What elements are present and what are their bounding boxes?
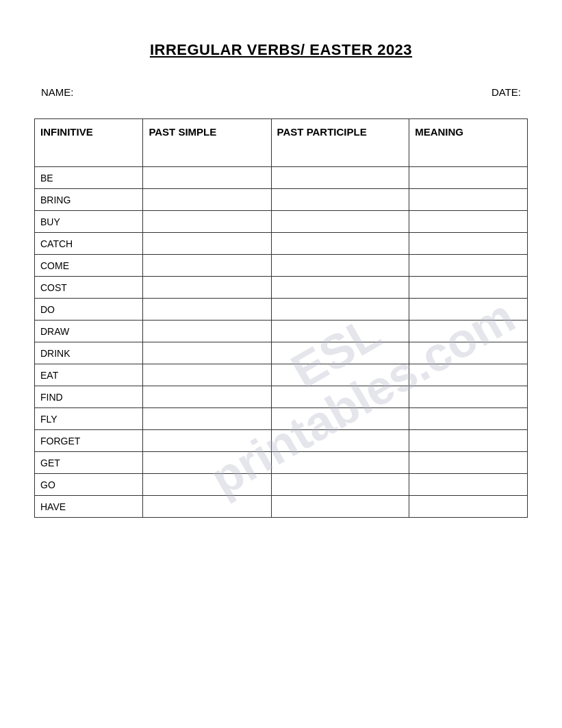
table-row: GO	[35, 474, 528, 496]
date-label: DATE:	[491, 86, 521, 98]
cell-infinitive: COME	[35, 255, 143, 277]
cell-meaning[interactable]	[409, 321, 528, 342]
table-row: EAT	[35, 364, 528, 386]
cell-meaning[interactable]	[409, 342, 528, 364]
cell-past-participle[interactable]	[271, 321, 409, 342]
cell-past-simple[interactable]	[143, 452, 271, 474]
cell-past-participle[interactable]	[271, 386, 409, 408]
cell-infinitive: COST	[35, 277, 143, 299]
cell-infinitive: BRING	[35, 189, 143, 211]
table-header-row: INFINITIVE PAST SIMPLE PAST PARTICIPLE M…	[35, 119, 528, 167]
page: IRREGULAR VERBS/ EASTER 2023 NAME: DATE:…	[0, 0, 562, 728]
cell-past-simple[interactable]	[143, 321, 271, 342]
cell-infinitive: GET	[35, 452, 143, 474]
cell-past-participle[interactable]	[271, 167, 409, 189]
table-row: COST	[35, 277, 528, 299]
table-row: GET	[35, 452, 528, 474]
table-row: FORGET	[35, 430, 528, 452]
table-row: COME	[35, 255, 528, 277]
cell-meaning[interactable]	[409, 496, 528, 518]
table-row: CATCH	[35, 233, 528, 255]
cell-past-participle[interactable]	[271, 342, 409, 364]
cell-past-participle[interactable]	[271, 408, 409, 430]
cell-meaning[interactable]	[409, 474, 528, 496]
header-meaning: MEANING	[409, 119, 528, 167]
cell-past-participle[interactable]	[271, 474, 409, 496]
table-row: DO	[35, 299, 528, 321]
cell-past-simple[interactable]	[143, 277, 271, 299]
table-row: HAVE	[35, 496, 528, 518]
table-row: BE	[35, 167, 528, 189]
cell-past-simple[interactable]	[143, 408, 271, 430]
cell-infinitive: DRINK	[35, 342, 143, 364]
cell-infinitive: FLY	[35, 408, 143, 430]
cell-meaning[interactable]	[409, 408, 528, 430]
page-title: IRREGULAR VERBS/ EASTER 2023	[34, 41, 528, 59]
cell-meaning[interactable]	[409, 233, 528, 255]
cell-meaning[interactable]	[409, 189, 528, 211]
table-row: BUY	[35, 211, 528, 233]
cell-infinitive: GO	[35, 474, 143, 496]
cell-past-participle[interactable]	[271, 496, 409, 518]
cell-meaning[interactable]	[409, 364, 528, 386]
table-row: DRINK	[35, 342, 528, 364]
cell-meaning[interactable]	[409, 452, 528, 474]
cell-infinitive: FIND	[35, 386, 143, 408]
cell-past-simple[interactable]	[143, 255, 271, 277]
header-past-participle: PAST PARTICIPLE	[271, 119, 409, 167]
cell-past-participle[interactable]	[271, 299, 409, 321]
cell-meaning[interactable]	[409, 299, 528, 321]
cell-past-simple[interactable]	[143, 233, 271, 255]
cell-meaning[interactable]	[409, 386, 528, 408]
cell-infinitive: BE	[35, 167, 143, 189]
cell-past-participle[interactable]	[271, 452, 409, 474]
cell-infinitive: CATCH	[35, 233, 143, 255]
cell-past-simple[interactable]	[143, 299, 271, 321]
table-row: DRAW	[35, 321, 528, 342]
verb-table: INFINITIVE PAST SIMPLE PAST PARTICIPLE M…	[34, 118, 528, 518]
cell-past-participle[interactable]	[271, 430, 409, 452]
cell-infinitive: DRAW	[35, 321, 143, 342]
cell-past-participle[interactable]	[271, 364, 409, 386]
cell-past-participle[interactable]	[271, 277, 409, 299]
cell-infinitive: EAT	[35, 364, 143, 386]
name-label: NAME:	[41, 86, 74, 98]
cell-meaning[interactable]	[409, 277, 528, 299]
cell-meaning[interactable]	[409, 430, 528, 452]
meta-row: NAME: DATE:	[34, 86, 528, 98]
cell-past-simple[interactable]	[143, 189, 271, 211]
cell-past-simple[interactable]	[143, 211, 271, 233]
cell-past-simple[interactable]	[143, 386, 271, 408]
cell-past-participle[interactable]	[271, 233, 409, 255]
header-infinitive: INFINITIVE	[35, 119, 143, 167]
cell-meaning[interactable]	[409, 211, 528, 233]
cell-infinitive: HAVE	[35, 496, 143, 518]
table-row: FIND	[35, 386, 528, 408]
cell-past-simple[interactable]	[143, 364, 271, 386]
cell-past-simple[interactable]	[143, 342, 271, 364]
table-row: BRING	[35, 189, 528, 211]
cell-infinitive: FORGET	[35, 430, 143, 452]
table-row: FLY	[35, 408, 528, 430]
cell-past-participle[interactable]	[271, 255, 409, 277]
cell-meaning[interactable]	[409, 255, 528, 277]
cell-infinitive: BUY	[35, 211, 143, 233]
cell-past-participle[interactable]	[271, 189, 409, 211]
cell-meaning[interactable]	[409, 167, 528, 189]
cell-past-simple[interactable]	[143, 167, 271, 189]
cell-past-simple[interactable]	[143, 430, 271, 452]
cell-past-participle[interactable]	[271, 211, 409, 233]
header-past-simple: PAST SIMPLE	[143, 119, 271, 167]
cell-infinitive: DO	[35, 299, 143, 321]
cell-past-simple[interactable]	[143, 474, 271, 496]
cell-past-simple[interactable]	[143, 496, 271, 518]
